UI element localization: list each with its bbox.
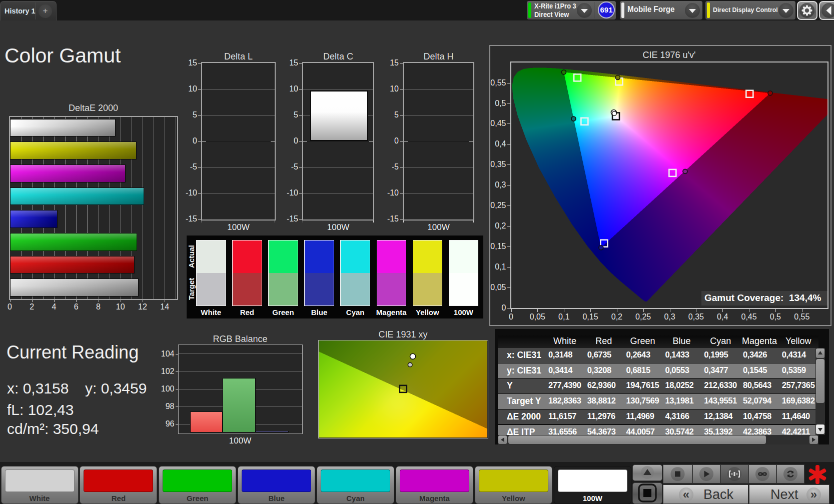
- cell-value: 11,2976: [587, 412, 615, 421]
- swatch-label: 100W: [454, 308, 473, 316]
- cie1931-diagram-canvas: [319, 340, 487, 438]
- bottom-control-bar: WhiteRedGreenBlueCyanMagentaYellow100W«B…: [0, 462, 834, 504]
- next-button[interactable]: Next»: [749, 484, 829, 504]
- y-tick: [400, 141, 403, 142]
- bar-green: [10, 233, 137, 251]
- y-tick: [198, 167, 201, 168]
- back-button[interactable]: «Back: [663, 484, 748, 504]
- cell-value: 31,6556: [548, 427, 577, 436]
- y-tick-label: 0,35: [490, 160, 506, 169]
- gridline: [176, 117, 176, 299]
- patch-swatch: [479, 470, 548, 492]
- horizontal-scroll-thumb[interactable]: [508, 436, 766, 444]
- gridline: [202, 167, 275, 168]
- zero-tick: [303, 141, 307, 142]
- y-tick-label: 5: [294, 110, 298, 120]
- meter-direct-display-control[interactable]: Direct Display Control: [705, 1, 795, 20]
- swatch-column-cyan: Cyan: [340, 240, 370, 318]
- y-tick-label: 100: [161, 384, 175, 394]
- cell-value: 212,6330: [704, 380, 737, 390]
- x-tick-label: 0,45: [741, 312, 757, 322]
- patch-button-100w[interactable]: 100W: [554, 466, 631, 504]
- y-tick-label: 98: [166, 402, 175, 411]
- scroll-left-button[interactable]: [498, 436, 507, 444]
- cie1931-plot: [318, 340, 488, 439]
- y-tick: [507, 226, 510, 226]
- swatch-column-100w: 100W: [449, 240, 479, 318]
- cell-value: 35,1392: [704, 427, 732, 436]
- scroll-down-button[interactable]: [816, 424, 824, 434]
- y-tick: [507, 246, 510, 247]
- patch-button-blue[interactable]: Blue: [238, 466, 315, 504]
- cell-value: 18,0252: [665, 380, 693, 390]
- bar-magenta: [10, 164, 126, 182]
- meter-mobile-forge[interactable]: Mobile Forge: [620, 1, 702, 20]
- horizontal-scrollbar[interactable]: [498, 435, 818, 444]
- deltae2000-plot: [9, 116, 178, 300]
- play-button[interactable]: [692, 464, 720, 484]
- meter-status-stripe: [528, 2, 531, 18]
- cell-value: 0,3477: [704, 366, 728, 375]
- meter-label: Direct Display Control: [713, 6, 778, 14]
- stop-icon: [663, 465, 692, 483]
- tab-history-1[interactable]: History 1 +: [0, 1, 57, 20]
- delta_c-plot: [302, 62, 374, 220]
- target-swatch: [449, 273, 478, 306]
- gear-icon: [799, 3, 814, 18]
- pattern-window-button[interactable]: [632, 482, 662, 504]
- x-tick: [775, 309, 776, 312]
- cie1931-title: CIE 1931 xy: [378, 330, 427, 340]
- table-clip: WhiteRedGreenBlueCyanMagentaYellowx: CIE…: [498, 336, 818, 435]
- table-row-4: Target Y182,836338,8812130,756913,198114…: [498, 394, 818, 409]
- patch-button-label: Yellow: [475, 494, 552, 502]
- add-tab-button[interactable]: +: [39, 4, 52, 18]
- dropdown-arrow-icon[interactable]: [577, 3, 592, 18]
- y-tick: [299, 63, 302, 64]
- scroll-right-button[interactable]: [809, 436, 818, 444]
- cell-value: 38,8812: [587, 396, 616, 406]
- patch-button-cyan[interactable]: Cyan: [317, 466, 394, 504]
- settings-button[interactable]: [797, 1, 817, 20]
- dropdown-arrow-icon[interactable]: [685, 3, 700, 18]
- sync-button[interactable]: [776, 464, 804, 484]
- patch-button-yellow[interactable]: Yellow: [475, 466, 552, 504]
- meter-divider: [594, 2, 594, 18]
- x-tick-label: 0,3: [664, 312, 675, 322]
- y-tick-label: 0,3: [495, 180, 506, 190]
- gridline: [303, 167, 373, 168]
- cell-value: 11,6157: [548, 412, 576, 421]
- reading-count-badge: 691: [598, 2, 615, 18]
- stop-button[interactable]: [663, 464, 692, 484]
- tab-divider: [36, 2, 36, 20]
- continuous-measure-button[interactable]: [748, 464, 776, 484]
- patch-button-green[interactable]: Green: [159, 466, 236, 504]
- actual-swatch: [449, 240, 478, 273]
- column-header-blue: Blue: [672, 336, 690, 346]
- delta_h-plot: [403, 62, 474, 220]
- patch-button-red[interactable]: Red: [80, 466, 157, 504]
- app-window: History 1 + X-Rite i1Pro 3Direct View691…: [0, 0, 834, 504]
- dropdown-arrow-icon[interactable]: [778, 3, 793, 18]
- y-tick: [198, 115, 201, 116]
- reading-fl: fL: 102,43: [7, 402, 74, 418]
- scroll-up-button[interactable]: [816, 348, 824, 358]
- cell-value: 277,4390: [548, 380, 581, 390]
- y-tick-label: -15: [387, 214, 399, 224]
- patch-button-white[interactable]: White: [1, 466, 79, 504]
- bar-gloss: [11, 256, 135, 274]
- cell-value: 0,3208: [587, 366, 611, 375]
- bar-gloss: [11, 142, 137, 159]
- patch-button-magenta[interactable]: Magenta: [396, 466, 473, 504]
- y-tick-label: 10: [188, 84, 197, 94]
- y-tick-label: -5: [291, 162, 298, 172]
- zero-line: [303, 141, 373, 142]
- gridline: [202, 115, 275, 116]
- single-measure-button[interactable]: [720, 464, 748, 484]
- pattern-up-button[interactable]: [632, 464, 662, 481]
- y-tick: [198, 89, 201, 90]
- vertical-scrollbar[interactable]: [815, 348, 825, 435]
- collapse-panel-button[interactable]: [819, 1, 834, 20]
- y-tick-label: 0: [394, 136, 399, 146]
- cell-value: 0,1995: [704, 350, 728, 360]
- vertical-scroll-thumb[interactable]: [816, 359, 824, 403]
